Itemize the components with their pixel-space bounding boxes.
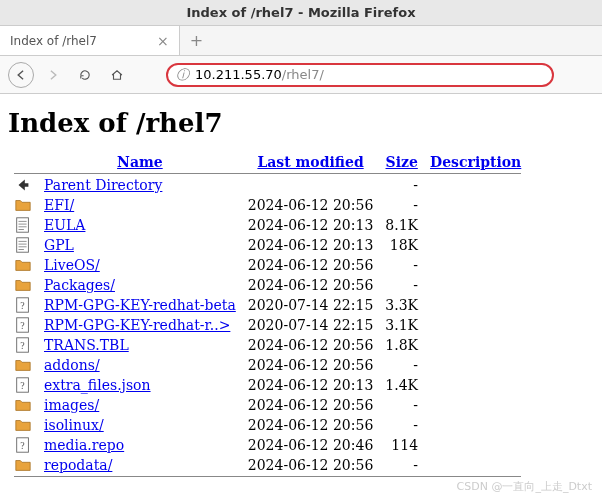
col-desc[interactable]: Description bbox=[430, 154, 521, 170]
table-row: RPM-GPG-KEY-redhat-beta2020-07-14 22:153… bbox=[8, 295, 527, 315]
tab-active[interactable]: Index of /rhel7 × bbox=[0, 26, 180, 55]
tab-title: Index of /rhel7 bbox=[10, 34, 97, 48]
file-link[interactable]: TRANS.TBL bbox=[44, 337, 129, 353]
file-size: 3.3K bbox=[379, 295, 424, 315]
folder-icon bbox=[14, 456, 32, 474]
file-link[interactable]: isolinux/ bbox=[44, 417, 104, 433]
file-modified: 2024-06-12 20:13 bbox=[242, 235, 380, 255]
file-desc bbox=[424, 395, 527, 415]
watermark: CSDN @一直向_上走_Dtxt bbox=[457, 479, 592, 488]
file-link[interactable]: images/ bbox=[44, 397, 99, 413]
file-modified: 2024-06-12 20:56 bbox=[242, 255, 380, 275]
file-desc bbox=[424, 215, 527, 235]
folder-icon bbox=[14, 256, 32, 274]
file-size: 18K bbox=[379, 235, 424, 255]
file-size: 1.8K bbox=[379, 335, 424, 355]
file-link[interactable]: RPM-GPG-KEY-redhat-r..> bbox=[44, 317, 230, 333]
col-modified[interactable]: Last modified bbox=[257, 154, 363, 170]
file-desc bbox=[424, 435, 527, 455]
new-tab-button[interactable]: + bbox=[180, 31, 213, 50]
file-size: - bbox=[379, 455, 424, 475]
file-modified: 2024-06-12 20:56 bbox=[242, 415, 380, 435]
table-row: Parent Directory- bbox=[8, 175, 527, 195]
nav-toolbar: ⓘ 10.211.55.70/rhel7/ bbox=[0, 56, 602, 94]
file-desc bbox=[424, 455, 527, 475]
file-desc bbox=[424, 175, 527, 195]
table-row: extra_files.json2024-06-12 20:131.4K bbox=[8, 375, 527, 395]
window-title: Index of /rhel7 - Mozilla Firefox bbox=[0, 0, 602, 26]
file-desc bbox=[424, 255, 527, 275]
file-desc bbox=[424, 235, 527, 255]
folder-icon bbox=[14, 356, 32, 374]
file-size: 114 bbox=[379, 435, 424, 455]
file-size: - bbox=[379, 195, 424, 215]
table-row: addons/2024-06-12 20:56- bbox=[8, 355, 527, 375]
file-desc bbox=[424, 415, 527, 435]
folder-icon bbox=[14, 276, 32, 294]
file-link[interactable]: repodata/ bbox=[44, 457, 112, 473]
back-icon bbox=[14, 176, 32, 194]
footer-divider bbox=[14, 476, 521, 477]
file-size: 8.1K bbox=[379, 215, 424, 235]
site-info-icon[interactable]: ⓘ bbox=[176, 66, 189, 84]
file-desc bbox=[424, 355, 527, 375]
file-link[interactable]: LiveOS/ bbox=[44, 257, 100, 273]
file-link[interactable]: GPL bbox=[44, 237, 74, 253]
file-link[interactable]: EFI/ bbox=[44, 197, 74, 213]
close-tab-icon[interactable]: × bbox=[157, 33, 169, 49]
file-modified: 2024-06-12 20:56 bbox=[242, 335, 380, 355]
file-link[interactable]: Packages/ bbox=[44, 277, 115, 293]
file-size: - bbox=[379, 255, 424, 275]
file-modified: 2024-06-12 20:56 bbox=[242, 455, 380, 475]
file-size: - bbox=[379, 175, 424, 195]
table-row: EFI/2024-06-12 20:56- bbox=[8, 195, 527, 215]
directory-listing: Name Last modified Size Description Pare… bbox=[8, 152, 527, 478]
file-size: - bbox=[379, 415, 424, 435]
folder-icon bbox=[14, 396, 32, 414]
forward-button[interactable] bbox=[40, 62, 66, 88]
file-modified: 2024-06-12 20:46 bbox=[242, 435, 380, 455]
home-button[interactable] bbox=[104, 62, 130, 88]
file-desc bbox=[424, 315, 527, 335]
text-icon bbox=[14, 216, 32, 234]
file-modified: 2020-07-14 22:15 bbox=[242, 315, 380, 335]
file-modified: 2024-06-12 20:56 bbox=[242, 355, 380, 375]
file-link[interactable]: Parent Directory bbox=[44, 177, 162, 193]
col-size[interactable]: Size bbox=[386, 154, 418, 170]
file-modified bbox=[242, 175, 380, 195]
tab-bar: Index of /rhel7 × + bbox=[0, 26, 602, 56]
file-link[interactable]: RPM-GPG-KEY-redhat-beta bbox=[44, 297, 236, 313]
unknown-icon bbox=[14, 296, 32, 314]
file-modified: 2020-07-14 22:15 bbox=[242, 295, 380, 315]
col-name[interactable]: Name bbox=[117, 154, 163, 170]
file-link[interactable]: extra_files.json bbox=[44, 377, 151, 393]
table-row: TRANS.TBL2024-06-12 20:561.8K bbox=[8, 335, 527, 355]
back-button[interactable] bbox=[8, 62, 34, 88]
header-divider bbox=[14, 173, 521, 174]
unknown-icon bbox=[14, 436, 32, 454]
file-desc bbox=[424, 195, 527, 215]
table-row: Packages/2024-06-12 20:56- bbox=[8, 275, 527, 295]
table-row: EULA2024-06-12 20:138.1K bbox=[8, 215, 527, 235]
file-desc bbox=[424, 375, 527, 395]
file-modified: 2024-06-12 20:13 bbox=[242, 215, 380, 235]
file-desc bbox=[424, 335, 527, 355]
reload-button[interactable] bbox=[72, 62, 98, 88]
unknown-icon bbox=[14, 336, 32, 354]
table-row: LiveOS/2024-06-12 20:56- bbox=[8, 255, 527, 275]
file-size: 1.4K bbox=[379, 375, 424, 395]
file-modified: 2024-06-12 20:56 bbox=[242, 275, 380, 295]
file-modified: 2024-06-12 20:56 bbox=[242, 395, 380, 415]
file-size: - bbox=[379, 275, 424, 295]
file-link[interactable]: addons/ bbox=[44, 357, 100, 373]
folder-icon bbox=[14, 416, 32, 434]
table-row: repodata/2024-06-12 20:56- bbox=[8, 455, 527, 475]
address-bar[interactable]: ⓘ 10.211.55.70/rhel7/ bbox=[166, 63, 554, 87]
file-size: - bbox=[379, 395, 424, 415]
url-path: /rhel7/ bbox=[282, 67, 324, 82]
text-icon bbox=[14, 236, 32, 254]
file-link[interactable]: EULA bbox=[44, 217, 85, 233]
page-title: Index of /rhel7 bbox=[8, 108, 594, 138]
table-row: media.repo2024-06-12 20:46114 bbox=[8, 435, 527, 455]
file-link[interactable]: media.repo bbox=[44, 437, 124, 453]
